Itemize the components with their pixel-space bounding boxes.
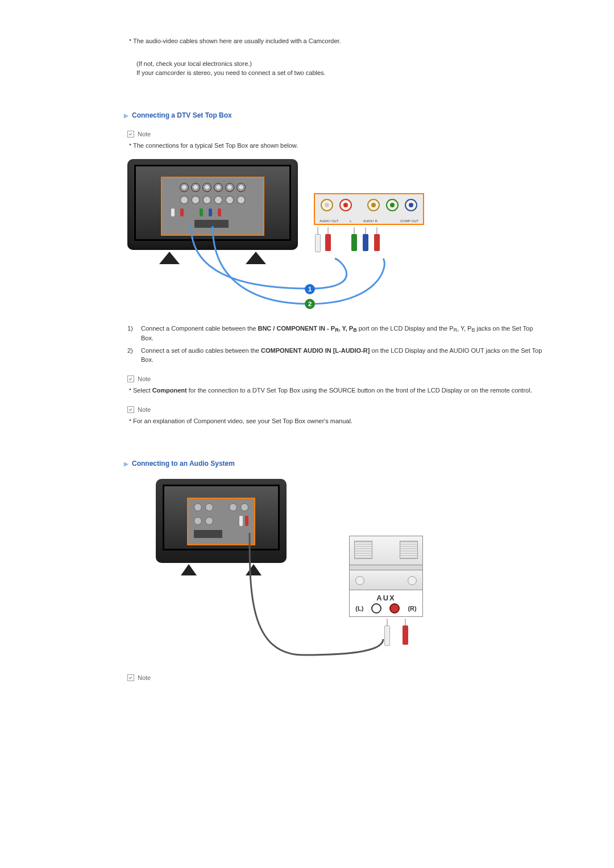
step-badge-1-icon: 1 xyxy=(305,284,315,294)
note-row-2: Note xyxy=(127,375,546,382)
lcd-display-icon xyxy=(127,159,298,264)
checkbox-note-icon xyxy=(127,406,134,413)
note-label: Note xyxy=(138,674,151,681)
heading-dtv-text: Connecting a DTV Set Top Box xyxy=(132,111,232,119)
chevron-right-icon: ▶ xyxy=(124,112,132,119)
port-labels: AUDIO OUTLAUDIO RCOMP OUT xyxy=(320,219,418,223)
audio-r-port-icon xyxy=(339,199,352,211)
settop-ports-panel: AUDIO OUTLAUDIO RCOMP OUT xyxy=(314,193,424,225)
note-row-end: Note xyxy=(127,674,546,681)
lcd-rear-panel xyxy=(161,177,264,236)
bullet-dot-icon: • xyxy=(127,141,133,149)
step-text: Connect a Component cable between the BN… xyxy=(141,324,546,343)
aux-r-label: (R) xyxy=(408,605,416,612)
step-2: 2) Connect a set of audio cables between… xyxy=(127,346,546,364)
bullet-dot-icon: • xyxy=(127,386,133,394)
bullet-text: For an explanation of Component video, s… xyxy=(133,416,546,425)
heading-audio-text: Connecting to an Audio System xyxy=(132,460,235,468)
bullet-text: The audio-video cables shown here are us… xyxy=(133,36,546,45)
step-number: 1) xyxy=(127,324,141,333)
checkbox-note-icon xyxy=(127,674,134,681)
note-label: Note xyxy=(138,131,151,137)
aux-r-port-icon xyxy=(389,603,400,614)
camcorder-extra: (If not, check your local electronics st… xyxy=(136,59,546,77)
audio-l-port-icon xyxy=(321,199,333,211)
chevron-right-icon: ▶ xyxy=(124,461,132,467)
audio-cable-plugs-icon xyxy=(315,227,338,256)
bullet-select-component: • Select Component for the connection to… xyxy=(127,386,546,395)
checkbox-note-icon xyxy=(127,131,134,137)
step-1: 1) Connect a Component cable between the… xyxy=(127,324,546,343)
component-cable-plugs-icon xyxy=(351,227,408,256)
bullet-dot-icon: • xyxy=(127,36,133,44)
aux-label: AUX xyxy=(376,594,395,602)
document-page: • The audio-video cables shown here are … xyxy=(0,0,614,868)
aux-l-label: (L) xyxy=(355,605,363,612)
audio-connection-diagram: AUX (L) (R) xyxy=(156,479,429,661)
aux-cable-plugs-icon xyxy=(384,619,408,647)
lcd-display-icon xyxy=(156,479,287,575)
step-text: Connect a set of audio cables between th… xyxy=(141,346,546,364)
note-row-3: Note xyxy=(127,406,546,413)
aux-input-panel: AUX (L) (R) xyxy=(349,590,423,617)
heading-audio: ▶ Connecting to an Audio System xyxy=(124,460,546,468)
step-number: 2) xyxy=(127,346,141,355)
line-if-not: (If not, check your local electronics st… xyxy=(136,59,546,68)
note-row-1: Note xyxy=(127,131,546,137)
note-label: Note xyxy=(138,406,151,413)
line-stereo: If your camcorder is stereo, you need to… xyxy=(136,68,546,77)
component-pb-port-icon xyxy=(386,199,399,211)
step-badge-2-icon: 2 xyxy=(305,299,315,309)
dtv-connection-diagram: AUDIO OUTLAUDIO RCOMP OUT 1 2 xyxy=(127,159,424,312)
bullet-text: Select Component for the connection to a… xyxy=(133,386,546,395)
bullet-component-manual: • For an explanation of Component video,… xyxy=(127,416,546,425)
heading-dtv: ▶ Connecting a DTV Set Top Box xyxy=(124,111,546,119)
bullet-camcorder-cables: • The audio-video cables shown here are … xyxy=(127,36,546,45)
component-pr-port-icon xyxy=(405,199,417,211)
bullet-text: The connections for a typical Set Top Bo… xyxy=(133,141,546,150)
aux-l-port-icon xyxy=(371,603,381,614)
bullet-dtv-connections: • The connections for a typical Set Top … xyxy=(127,141,546,150)
bullet-dot-icon: • xyxy=(127,416,133,424)
checkbox-note-icon xyxy=(127,375,134,382)
component-y-port-icon xyxy=(367,199,380,211)
note-label: Note xyxy=(138,375,151,382)
lcd-rear-panel xyxy=(187,498,255,545)
audio-system-icon: AUX (L) (R) xyxy=(349,536,423,617)
